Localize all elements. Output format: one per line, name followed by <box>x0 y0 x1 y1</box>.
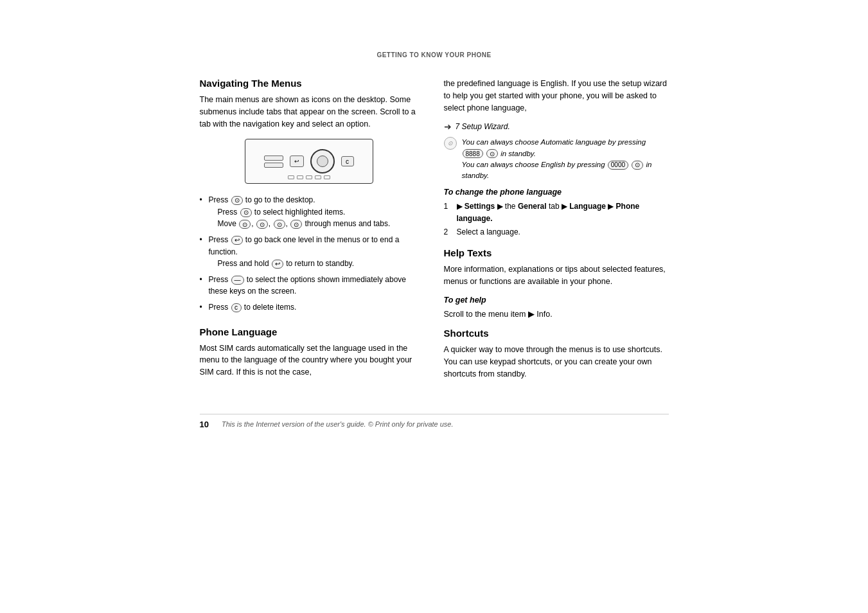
bullet-item-3: Press — to select the options shown imme… <box>200 274 418 298</box>
back-key-inline: ↩ <box>231 236 243 245</box>
step-2-text: Select a language. <box>457 227 520 236</box>
nav-key-1: ⊙ <box>239 220 251 229</box>
key-bar-1 <box>264 155 283 161</box>
tip-icon: ⊙ <box>444 137 457 150</box>
diagram-bottom-keys <box>245 175 373 179</box>
setup-wizard-ref: ➜ 7 Setup Wizard. <box>444 121 669 132</box>
nav-bullets: Press ⊙ to go to the desktop. Press ⊙ to… <box>200 194 418 313</box>
tip-note-1b: in standby. <box>500 150 536 157</box>
bottom-key-2 <box>297 175 303 179</box>
nav-key-4: ⊙ <box>290 220 302 229</box>
predefined-language-text: the predefined language is English. If y… <box>444 78 669 114</box>
help-texts-body: More information, explanations or tips a… <box>444 263 669 288</box>
tip-key-1: 8888 <box>463 149 483 158</box>
change-language-title: To change the phone language <box>444 188 669 197</box>
shortcuts-title: Shortcuts <box>444 328 669 339</box>
tip-note-content: You can always choose Automatic language… <box>462 137 669 181</box>
bottom-key-5 <box>324 175 330 179</box>
diagram-inner: ↩ c <box>264 149 354 173</box>
center-key-inline: ⊙ <box>231 196 243 205</box>
content-columns: Navigating The Menus The main menus are … <box>200 78 669 388</box>
c-key-icon: c <box>341 156 354 166</box>
tip-key-2b: ⊙ <box>632 161 643 170</box>
tip-note-block: ⊙ You can always choose Automatic langua… <box>444 137 669 181</box>
page-footer: 10 This is the Internet version of the u… <box>200 414 669 429</box>
tip-key-1b: ⊙ <box>486 149 498 158</box>
delete-key-inline: c <box>231 303 242 312</box>
step-2: 2 Select a language. <box>444 226 669 238</box>
general-bold: General <box>518 202 547 211</box>
footer-text: This is the Internet version of the user… <box>222 420 454 428</box>
option-key-inline: — <box>231 276 244 285</box>
phone-diagram: ↩ c <box>245 139 373 184</box>
get-help-title: To get help <box>444 296 669 305</box>
step-num-2: 2 <box>444 226 448 238</box>
nav-key-3: ⊙ <box>274 220 285 229</box>
step-1: 1 ▶ Settings ▶ the General tab ▶ Languag… <box>444 200 669 224</box>
bullet-item-1: Press ⊙ to go to the desktop. Press ⊙ to… <box>200 194 418 230</box>
setup-wizard-text: 7 Setup Wizard. <box>456 122 510 131</box>
arrow-icon: ➜ <box>444 121 452 132</box>
shortcuts-body: A quicker way to move through the menus … <box>444 344 669 380</box>
right-column: the predefined language is English. If y… <box>444 78 669 388</box>
bullet-item-4: Press c to delete items. <box>200 301 418 314</box>
change-language-steps: 1 ▶ Settings ▶ the General tab ▶ Languag… <box>444 200 669 238</box>
left-keys <box>264 155 283 168</box>
navigating-menus-title: Navigating The Menus <box>200 78 418 89</box>
tip-text-1: You can always choose Automatic language… <box>462 138 646 146</box>
page: Getting To Know Your Phone Navigating Th… <box>161 26 707 455</box>
nav-center-inner <box>317 155 328 167</box>
left-column: Navigating The Menus The main menus are … <box>200 78 418 388</box>
tip-text-2: You can always choose English by pressin… <box>462 161 605 168</box>
get-help-body: Scroll to the menu item ▶ Info. <box>444 308 669 321</box>
select-key-inline: ⊙ <box>240 208 252 217</box>
hold-back-key: ↩ <box>272 260 283 269</box>
bullet-sub-2a: Press and hold ↩ to return to standby. <box>209 258 418 270</box>
help-texts-title: Help Texts <box>444 247 669 258</box>
navigating-menus-body: The main menus are shown as icons on the… <box>200 94 418 130</box>
bottom-key-1 <box>288 175 294 179</box>
bullet-sub-1a: Press ⊙ to select highlighted items. <box>209 206 418 218</box>
nav-key-2: ⊙ <box>256 220 268 229</box>
bottom-key-3 <box>306 175 312 179</box>
bottom-key-4 <box>315 175 321 179</box>
step-1-text: ▶ Settings ▶ the General tab ▶ Language … <box>457 202 640 223</box>
page-header: Getting To Know Your Phone <box>200 51 669 58</box>
back-key-icon: ↩ <box>290 155 304 167</box>
bullet-sub-1b: Move ⊙, ⊙, ⊙, ⊙ through menus and tabs. <box>209 218 418 230</box>
bullet-item-2: Press ↩ to go back one level in the menu… <box>200 234 418 270</box>
language-bold: Language <box>569 202 606 211</box>
key-bar-2 <box>264 163 283 168</box>
step-num-1: 1 <box>444 200 448 213</box>
page-number: 10 <box>200 420 209 429</box>
tip-key-2: 0000 <box>608 161 628 170</box>
settings-bold: Settings <box>465 202 495 211</box>
phone-language-title: Phone Language <box>200 326 418 337</box>
phone-language-body: Most SIM cards automatically set the lan… <box>200 342 418 378</box>
nav-center-key <box>310 149 335 173</box>
